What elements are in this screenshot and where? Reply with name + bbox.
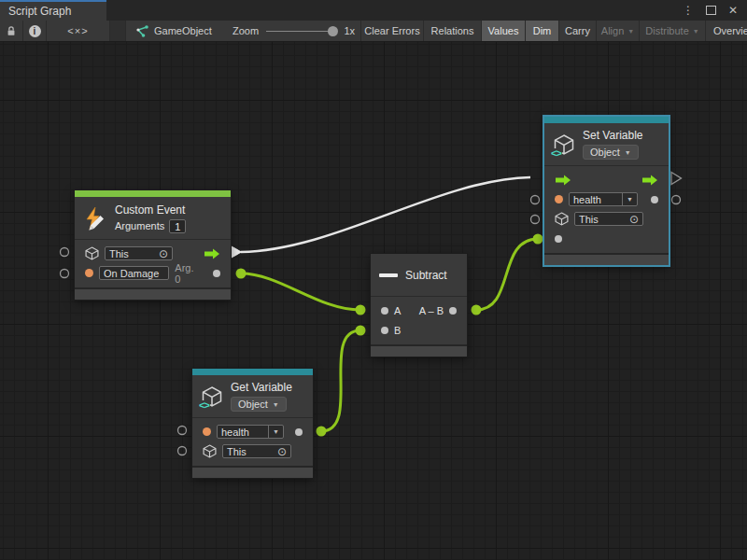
value-output-port[interactable] [295,428,303,436]
node-custom-event[interactable]: Custom Event Arguments 1 This ⊙ [75,190,231,300]
event-name-row: On Damage Arg. 0 [75,263,231,283]
external-port[interactable] [178,447,187,455]
target-field[interactable]: This ⊙ [222,444,291,458]
variable-kind-dropdown[interactable]: Object ▼ [231,397,287,412]
zoom-slider[interactable] [266,31,336,32]
carry-button[interactable]: Carry [559,21,597,41]
graph-target-label: GameObject [154,25,212,36]
node-title: Subtract [405,269,447,282]
lock-button[interactable] [0,21,23,41]
flow-output-connected-port[interactable] [231,245,243,259]
info-icon: i [29,25,41,37]
values-button[interactable]: Values [482,21,526,41]
input-b-label: B [394,325,401,336]
result-output-port[interactable] [449,307,457,315]
value-output-port[interactable] [651,196,658,203]
external-port[interactable] [61,248,69,257]
object-variable-icon: <> [201,385,223,408]
toolbar-divider [110,21,126,41]
distribute-dropdown[interactable]: Distribute ▼ [640,21,706,41]
event-accent-bar [75,190,231,197]
external-port[interactable] [672,196,681,204]
code-tag-icon: <> [550,148,562,159]
target-row: This ⊙ [544,209,669,229]
object-picker-icon[interactable]: ⊙ [159,248,168,259]
flow-output-port[interactable] [204,248,220,259]
tab-title: Script Graph [8,5,71,18]
input-b-port[interactable] [381,327,388,334]
graph-canvas[interactable]: Custom Event Arguments 1 This ⊙ [0,42,747,560]
tab-script-graph[interactable]: Script Graph [0,0,106,21]
node-get-variable[interactable]: <> Get Variable Object ▼ health ▼ [192,369,313,478]
external-port[interactable] [531,216,540,224]
wire-endpoint[interactable] [356,326,366,336]
external-port[interactable] [178,427,187,435]
zoom-value: 1x [344,25,355,36]
variable-name-port[interactable] [203,427,211,436]
dim-button[interactable]: Dim [526,21,559,41]
output-label: A – B [419,305,444,316]
window-menu-icon[interactable]: ⋮ [683,5,694,16]
arguments-count-input[interactable]: 1 [169,219,186,233]
external-port[interactable] [531,196,540,204]
value-input-row [544,229,669,248]
variable-name-port[interactable] [555,195,563,203]
variable-accent-bar [544,117,669,123]
custom-event-icon [83,206,107,231]
external-port[interactable] [61,270,69,278]
event-name-field[interactable]: On Damage [99,266,169,280]
subtract-icon [379,273,398,277]
window-controls: ⋮ ✕ [683,0,747,21]
variable-accent-bar [192,369,313,375]
node-subtract[interactable]: Subtract A A – B B [371,254,467,357]
wire-endpoint[interactable] [356,305,366,315]
align-label: Align [601,25,624,36]
overview-button[interactable]: Overview [706,21,747,41]
code-view-button[interactable]: <×> [47,21,110,41]
variable-kind-value: Object [238,399,268,410]
node-set-variable[interactable]: <> Set Variable Object ▼ [544,117,669,265]
wire-endpoint[interactable] [533,234,543,245]
align-dropdown[interactable]: Align ▼ [597,21,640,41]
node-footer [544,253,669,265]
object-picker-icon[interactable]: ⊙ [629,214,639,225]
code-icon: <×> [67,25,88,36]
wire-endpoint[interactable] [236,269,247,279]
lock-icon [6,24,17,37]
clear-errors-button[interactable]: Clear Errors [361,21,424,41]
input-b-row: B [371,320,467,340]
node-title: Get Variable [231,381,292,394]
wire-endpoint[interactable] [472,305,482,315]
external-flow-port[interactable] [671,173,682,185]
gameobject-cube-icon [555,212,569,226]
flow-output-port[interactable] [641,175,658,186]
wire-subtract-to-setvariable [476,239,538,310]
variable-name-dropdown[interactable]: health ▼ [217,425,284,439]
target-field[interactable]: This ⊙ [105,246,173,260]
distribute-label: Distribute [645,25,688,36]
object-picker-icon[interactable]: ⊙ [277,446,287,457]
node-title: Custom Event [115,203,186,217]
zoom-label: Zoom [233,25,259,36]
value-input-port[interactable] [555,235,562,243]
target-field[interactable]: This ⊙ [574,212,643,226]
wire-endpoint[interactable] [317,427,327,437]
window-restore-icon[interactable] [706,6,716,15]
variable-name-value: health [218,427,264,438]
arguments-label: Arguments [115,220,164,231]
window-close-icon[interactable]: ✕ [728,5,738,16]
chevron-down-icon: ▼ [627,28,634,35]
zoom-slider-handle[interactable] [328,26,338,36]
variable-name-dropdown[interactable]: health ▼ [569,192,638,206]
info-button[interactable]: i [23,21,47,41]
graph-target-button[interactable]: GameObject [126,21,225,41]
input-a-label: A [394,305,401,316]
variable-kind-dropdown[interactable]: Object ▼ [583,145,639,160]
wire-flow-customevent-setvariable [241,177,530,252]
input-a-port[interactable] [381,307,388,315]
flow-input-port[interactable] [555,175,571,186]
relations-button[interactable]: Relations [424,21,482,41]
event-name-port[interactable] [85,269,93,277]
arg0-output-port[interactable] [213,270,220,277]
graph-toolbar: i <×> GameObject Zoom 1x Clear Errors Re… [0,21,747,42]
